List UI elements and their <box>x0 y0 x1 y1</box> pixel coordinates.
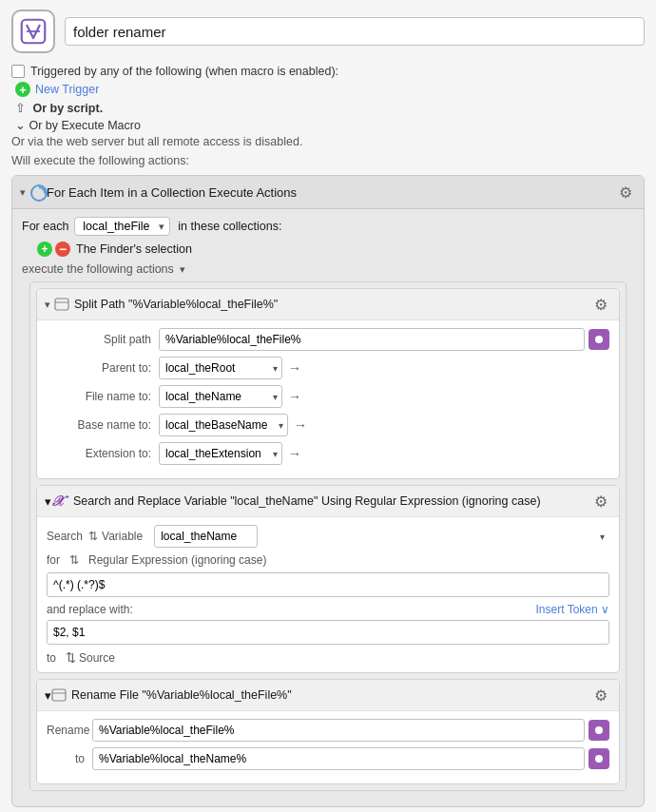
regex-input-row <box>47 572 609 597</box>
extension-dropdown-wrap: local_theExtension <box>159 442 282 465</box>
parent-to-dropdown-wrap: local_theRoot <box>159 357 282 379</box>
trigger-section: Triggered by any of the following (when … <box>11 65 645 167</box>
extension-to-label: Extension to: <box>47 447 151 460</box>
for-each-in-label: in these collections: <box>178 220 281 233</box>
regex-type-label: Regular Expression (ignoring case) <box>88 553 266 567</box>
search-replace-icon: 𝒳 <box>51 493 68 510</box>
new-trigger-plus-icon[interactable]: + <box>15 82 30 97</box>
search-replace-gear-button[interactable]: ⚙ <box>590 491 611 512</box>
split-path-header: ▾ Split Path "%Variable%local_theFile%" … <box>37 289 619 320</box>
or-by-execute-label: Or by Execute Macro <box>29 119 140 132</box>
regex-input[interactable] <box>47 572 609 597</box>
source-label: Source <box>79 651 115 665</box>
for-each-header: ▾ For Each Item in a Collection Execute … <box>12 176 644 209</box>
for-each-body: For each local_theFile in these collecti… <box>12 209 644 806</box>
rename-to-row: to <box>47 747 609 770</box>
replace-header-row: and replace with: Insert Token ∨ <box>47 603 609 616</box>
split-path-label: Split path <box>47 333 151 346</box>
to-label: to <box>47 651 56 665</box>
finder-minus-button[interactable]: − <box>55 242 70 257</box>
split-path-expand-icon[interactable]: ▾ <box>45 299 50 311</box>
rename-input-row: Rename <box>47 719 609 742</box>
execute-actions-row: execute the following actions ▾ <box>22 262 634 276</box>
search-replace-body: Search ⇅ Variable local_theName for <box>37 517 619 672</box>
variable-label: Variable <box>102 530 143 543</box>
extension-to-row: Extension to: local_theExtension → <box>47 442 609 465</box>
triggered-row: Triggered by any of the following (when … <box>11 65 645 78</box>
base-name-to-label: Base name to: <box>47 418 151 432</box>
will-execute-row: Will execute the following actions: <box>11 154 645 167</box>
script-arrow-icon: ⇧ <box>15 102 29 115</box>
trigger-checkbox[interactable] <box>11 65 25 78</box>
inner-actions: ▾ Split Path "%Variable%local_theFile%" … <box>29 281 627 791</box>
search-variable-row: Search ⇅ Variable local_theName <box>47 525 609 548</box>
search-replace-header: ▾ 𝒳 Search and Replace Variable "local_t… <box>37 486 619 517</box>
plus-minus-group: + − <box>37 242 70 257</box>
rename-purple-button[interactable] <box>588 720 609 741</box>
app-icon <box>11 10 55 53</box>
rename-to-input[interactable] <box>92 747 585 770</box>
base-name-dropdown-wrap: local_theBaseName <box>159 414 288 436</box>
rename-body: Rename to <box>37 711 619 783</box>
to-source-row: to ⇅ Source <box>47 650 609 665</box>
for-label: for <box>47 553 60 567</box>
extension-dropdown[interactable]: local_theExtension <box>159 442 282 465</box>
for-each-var-dropdown-wrap: local_theFile <box>74 217 170 236</box>
svg-rect-6 <box>52 689 66 701</box>
split-path-title: Split Path "%Variable%local_theFile%" <box>74 298 590 311</box>
for-each-gear-button[interactable]: ⚙ <box>615 182 636 203</box>
insert-token-button[interactable]: Insert Token ∨ <box>536 603 609 616</box>
search-replace-expand-icon[interactable]: ▾ <box>45 494 51 509</box>
rename-expand-icon[interactable]: ▾ <box>45 688 51 703</box>
or-by-script-label: Or by script. <box>32 102 103 115</box>
base-name-dropdown[interactable]: local_theBaseName <box>159 414 288 436</box>
search-replace-block: ▾ 𝒳 Search and Replace Variable "local_t… <box>36 485 620 673</box>
web-server-row: Or via the web server but all remote acc… <box>11 135 645 148</box>
svg-point-9 <box>595 755 603 763</box>
split-path-block: ▾ Split Path "%Variable%local_theFile%" … <box>36 288 620 479</box>
for-each-outer: ▾ For Each Item in a Collection Execute … <box>11 175 645 807</box>
file-name-dropdown-wrap: local_theName <box>159 385 282 408</box>
rename-gear-button[interactable]: ⚙ <box>590 685 611 706</box>
execute-dropdown-icon[interactable]: ▾ <box>180 263 185 276</box>
svg-point-8 <box>595 726 603 734</box>
parent-to-dropdown[interactable]: local_theRoot <box>159 357 282 379</box>
source-arrow-icon: ⇅ <box>66 650 76 665</box>
rename-to-purple-button[interactable] <box>588 748 609 769</box>
file-name-to-row: File name to: local_theName → <box>47 385 609 408</box>
base-name-arrow-button[interactable]: → <box>294 417 307 433</box>
split-path-input-row: Split path <box>47 328 609 351</box>
macro-title-input[interactable] <box>65 17 645 46</box>
split-path-gear-button[interactable]: ⚙ <box>590 294 611 315</box>
rename-input[interactable] <box>92 719 585 742</box>
for-each-expand-icon[interactable]: ▾ <box>20 186 26 199</box>
parent-to-row: Parent to: local_theRoot → <box>47 357 609 379</box>
for-regex-type-row: for ⇅ Regular Expression (ignoring case) <box>47 553 609 567</box>
file-name-dropdown[interactable]: local_theName <box>159 385 282 408</box>
new-trigger-link[interactable]: New Trigger <box>35 83 99 96</box>
search-replace-title: Search and Replace Variable "local_theNa… <box>73 494 590 508</box>
for-each-title: For Each Item in a Collection Execute Ac… <box>47 185 615 200</box>
split-path-input[interactable] <box>159 328 585 351</box>
extension-arrow-button[interactable]: → <box>288 446 301 461</box>
base-name-to-row: Base name to: local_theBaseName → <box>47 414 609 436</box>
or-by-execute-row: ⌄ Or by Execute Macro <box>15 118 645 132</box>
execute-arrow-icon: ⌄ <box>15 119 29 132</box>
replace-input[interactable] <box>47 620 609 645</box>
finder-plus-button[interactable]: + <box>37 242 52 257</box>
split-path-body: Split path Parent to: local_theRoot <box>37 320 619 478</box>
svg-point-5 <box>595 336 603 343</box>
file-name-to-label: File name to: <box>47 390 151 403</box>
finder-row: + − The Finder's selection <box>37 242 634 257</box>
execute-label: execute the following actions <box>22 262 174 276</box>
split-path-purple-button[interactable] <box>588 329 609 350</box>
for-each-icon <box>29 184 47 201</box>
parent-to-arrow-button[interactable]: → <box>288 360 301 376</box>
file-name-arrow-button[interactable]: → <box>288 389 301 404</box>
search-variable-dropdown[interactable]: local_theName <box>154 525 258 548</box>
for-each-var-dropdown[interactable]: local_theFile <box>74 217 170 236</box>
for-each-for-label: For each <box>22 220 68 233</box>
rename-header: ▾ Rename File "%Variable%local_theFile%"… <box>37 680 619 711</box>
rename-to-label: to <box>47 752 85 765</box>
rename-rename-label: Rename <box>47 724 85 737</box>
